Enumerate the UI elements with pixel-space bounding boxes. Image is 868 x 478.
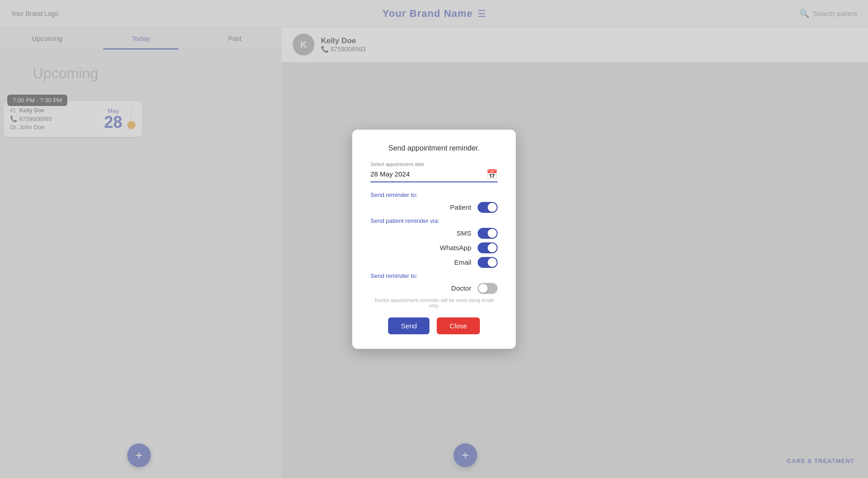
whatsapp-toggle[interactable] [478, 242, 498, 253]
date-value[interactable]: 28 May 2024 [370, 170, 486, 178]
email-toggle-row: Email [370, 257, 498, 268]
sms-toggle-knob [488, 229, 497, 238]
patient-label: Patient [450, 203, 471, 211]
date-input-row: 28 May 2024 📅 [370, 169, 498, 182]
modal-overlay: Send appointment reminder. Select appoin… [0, 0, 868, 478]
sms-toggle[interactable] [478, 228, 498, 239]
send-button[interactable]: Send [388, 317, 429, 334]
patient-toggle-knob [488, 203, 497, 212]
calendar-icon[interactable]: 📅 [486, 169, 498, 180]
whatsapp-toggle-row: WhatsApp [370, 242, 498, 253]
send-via-label: Send patient reminder via: [370, 217, 498, 224]
whatsapp-label: WhatsApp [440, 244, 471, 252]
send-to-doctor-label: Send reminder to: [370, 272, 498, 279]
whatsapp-toggle-knob [488, 243, 497, 252]
date-field: Select appointment date 28 May 2024 📅 [370, 161, 498, 182]
date-label: Select appointment date [370, 161, 498, 167]
patient-toggle-row: Patient [370, 202, 498, 213]
close-button[interactable]: Close [437, 317, 479, 334]
modal-title: Send appointment reminder. [370, 144, 498, 152]
doctor-toggle-knob [479, 284, 488, 293]
email-toggle-knob [488, 258, 497, 267]
sms-label: SMS [456, 229, 471, 237]
doctor-note: Doctor appointment reminder will be send… [370, 297, 498, 308]
doctor-toggle[interactable] [478, 283, 498, 294]
send-reminder-modal: Send appointment reminder. Select appoin… [352, 130, 516, 349]
patient-toggle[interactable] [478, 202, 498, 213]
email-label: Email [454, 258, 471, 266]
sms-toggle-row: SMS [370, 228, 498, 239]
doctor-label: Doctor [451, 284, 471, 292]
email-toggle[interactable] [478, 257, 498, 268]
modal-actions: Send Close [370, 317, 498, 334]
doctor-toggle-row: Doctor [370, 283, 498, 294]
send-to-patient-label: Send reminder to: [370, 191, 498, 198]
